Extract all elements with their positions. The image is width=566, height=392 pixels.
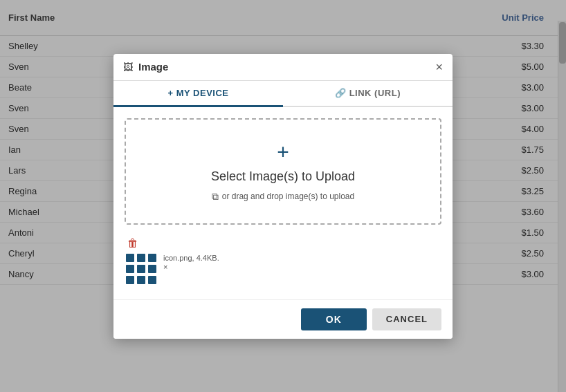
svg-rect-5 [148,265,156,273]
file-item: icon.png, 4.4KB. × [125,252,441,286]
modal-title-wrap: 🖼 Image [123,61,168,73]
file-remove-button[interactable]: × [163,263,219,271]
image-upload-modal: 🖼 Image × + MY DEVICE 🔗 LINK (URL) + Sel… [113,54,453,339]
tab-my-device[interactable]: + MY DEVICE [113,81,283,107]
upload-select-label: Select Image(s) to Upload [140,169,426,184]
modal-footer: OK CANCEL [113,299,453,339]
tab-my-device-label: + MY DEVICE [168,88,229,98]
svg-rect-3 [126,265,134,273]
svg-rect-4 [137,265,145,273]
cancel-button[interactable]: CANCEL [372,308,441,330]
file-name: icon.png, 4.4KB. [163,254,219,262]
tab-link-url[interactable]: 🔗 LINK (URL) [283,81,453,106]
image-modal-icon: 🖼 [123,62,133,73]
ok-button[interactable]: OK [301,308,367,330]
drag-icon: ⧉ [212,191,219,203]
file-info: icon.png, 4.4KB. × [163,252,219,271]
svg-rect-7 [137,276,145,284]
modal-title: Image [138,61,168,73]
modal-body: + Select Image(s) to Upload ⧉ or drag an… [113,107,453,299]
upload-drag-text: ⧉ or drag and drop image(s) to upload [140,191,426,203]
file-grid-icon [125,252,158,286]
svg-rect-6 [126,276,134,284]
file-thumbnail [125,252,158,286]
modal-close-button[interactable]: × [435,61,443,73]
file-delete-button[interactable]: 🗑 [127,237,441,250]
upload-drop-zone[interactable]: + Select Image(s) to Upload ⧉ or drag an… [125,118,441,225]
file-section: 🗑 [125,234,441,288]
modal-tabs: + MY DEVICE 🔗 LINK (URL) [113,81,453,107]
modal-overlay: 🖼 Image × + MY DEVICE 🔗 LINK (URL) + Sel… [0,0,566,392]
svg-rect-1 [137,254,145,262]
upload-plus-icon: + [140,140,426,164]
modal-header: 🖼 Image × [113,54,453,81]
svg-rect-8 [148,276,156,284]
tab-link-url-label: 🔗 LINK (URL) [335,88,401,98]
svg-rect-2 [148,254,156,262]
drag-label: or drag and drop image(s) to upload [222,192,354,201]
svg-rect-0 [126,254,134,262]
